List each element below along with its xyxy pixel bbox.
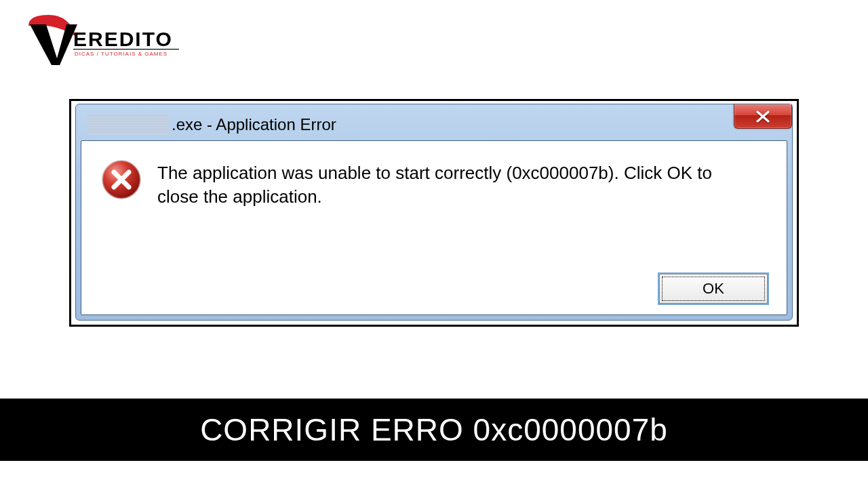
- logo-tagline: DICAS / TUTORIAIS & GAMES: [75, 51, 167, 57]
- blurred-exe-name: [87, 115, 169, 134]
- logo-wordmark: EREDITO: [73, 28, 173, 50]
- error-message: The application was unable to start corr…: [157, 157, 754, 209]
- dialog-titlebar: .exe - Application Error: [81, 109, 787, 140]
- brand-logo: EREDITO DICAS / TUTORIAIS & GAMES: [26, 12, 182, 66]
- error-dialog-screenshot: .exe - Application Error: [69, 99, 799, 327]
- dialog-title: .exe - Application Error: [172, 115, 336, 134]
- error-dialog-window: .exe - Application Error: [75, 104, 793, 321]
- dialog-client-area: The application was unable to start corr…: [81, 140, 787, 315]
- ok-button[interactable]: OK: [659, 274, 768, 304]
- svg-rect-0: [73, 49, 179, 49]
- veredito-logo-icon: EREDITO DICAS / TUTORIAIS & GAMES: [26, 12, 182, 66]
- close-button[interactable]: [734, 104, 792, 129]
- video-caption: CORRIGIR ERRO 0xc0000007b: [0, 399, 868, 461]
- error-icon: [100, 159, 142, 201]
- close-icon: [755, 110, 770, 123]
